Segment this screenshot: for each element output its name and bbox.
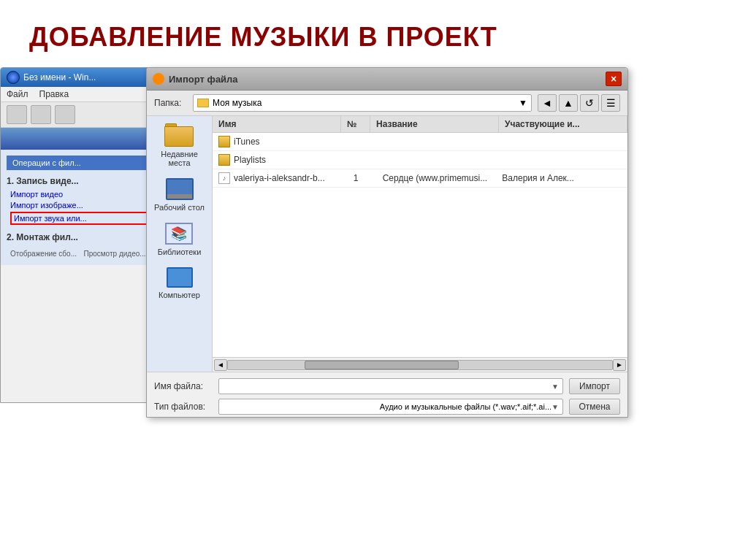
- file-row-playlists[interactable]: Playlists: [213, 151, 627, 169]
- dialog-bottom: Имя файла: ▼ Импорт Тип файлов: Аудио и …: [147, 372, 627, 418]
- toolbar-btn-2[interactable]: [31, 105, 51, 124]
- folder-icon: [197, 99, 209, 107]
- filetype-select[interactable]: Аудио и музыкальные файлы (*.wav;*.aif;*…: [218, 399, 563, 415]
- folder-dropdown-arrow: ▼: [519, 98, 527, 108]
- dialog-body: Недавниеместа Рабочий стол 📚 Библиотеки …: [147, 116, 627, 372]
- import-button[interactable]: Импорт: [569, 378, 620, 394]
- menu-file[interactable]: Файл: [7, 89, 28, 99]
- file-num-audio: 1: [354, 173, 383, 183]
- file-list: iTunes Playlists valeriya-: [213, 133, 627, 357]
- computer-icon: [167, 267, 193, 288]
- col-header-artist: Участвующие и...: [499, 116, 627, 132]
- dialog-sidebar: Недавниеместа Рабочий стол 📚 Библиотеки …: [147, 116, 213, 372]
- sidebar-libraries-label: Библиотеки: [158, 248, 202, 256]
- filename-input[interactable]: ▼: [218, 378, 563, 394]
- refresh-button[interactable]: ↺: [580, 94, 599, 112]
- scroll-thumb[interactable]: [305, 361, 458, 369]
- folder-name: Моя музыка: [213, 98, 262, 108]
- cancel-button[interactable]: Отмена: [569, 399, 620, 415]
- file-dialog: Импорт файла × Папка: Моя музыка ▼ ◄ ▲ ↺…: [146, 67, 628, 418]
- col-header-name: Имя: [213, 116, 341, 132]
- app-icon: [7, 71, 20, 84]
- scroll-right-btn[interactable]: ►: [613, 359, 626, 371]
- dialog-file-area: Имя № Название Участвующие и... iTunes: [213, 116, 627, 372]
- page-title: ДОБАВЛЕНИЕ МУЗЫКИ В ПРОЕКТ: [0, 0, 748, 67]
- bg-section2-text1: Отображение сбо...: [10, 250, 77, 258]
- scroll-track[interactable]: [227, 360, 613, 370]
- dialog-toolbar: Папка: Моя музыка ▼ ◄ ▲ ↺ ☰: [147, 91, 627, 116]
- col-header-number: №: [341, 116, 370, 132]
- folder-label: Папка:: [154, 98, 187, 108]
- sidebar-computer-label: Компьютер: [159, 291, 200, 299]
- toolbar-btn-3[interactable]: [55, 105, 75, 124]
- filetype-label: Тип файлов:: [154, 402, 213, 412]
- dialog-title: Импорт файла: [169, 74, 238, 85]
- filename-row: Имя файла: ▼ Импорт: [154, 378, 620, 394]
- filename-label: Имя файла:: [154, 381, 213, 391]
- sidebar-desktop-label: Рабочий стол: [154, 203, 205, 212]
- filetype-row: Тип файлов: Аудио и музыкальные файлы (*…: [154, 399, 620, 415]
- bg-section2-text2: Просмотр дидео...: [83, 250, 145, 258]
- file-name-audio: valeriya-i-aleksandr-b...: [234, 173, 354, 183]
- dialog-app-icon: [153, 73, 164, 85]
- back-button[interactable]: ◄: [538, 94, 557, 112]
- nav-buttons: ◄ ▲ ↺ ☰: [538, 94, 620, 112]
- close-button[interactable]: ×: [606, 72, 622, 86]
- menu-edit[interactable]: Правка: [39, 89, 69, 99]
- horizontal-scrollbar[interactable]: ◄ ►: [213, 357, 627, 372]
- view-button[interactable]: ☰: [601, 94, 620, 112]
- sidebar-item-computer[interactable]: Компьютер: [159, 267, 200, 299]
- sidebar-item-recent[interactable]: Недавниеместа: [161, 123, 198, 167]
- col-header-title: Название: [370, 116, 499, 132]
- filetype-value: Аудио и музыкальные файлы (*.wav;*.aif;*…: [380, 402, 552, 411]
- audio-file-icon: [218, 172, 230, 184]
- filename-dropdown-arrow: ▼: [552, 383, 559, 391]
- scroll-left-btn[interactable]: ◄: [214, 359, 227, 371]
- dialog-titlebar: Импорт файла ×: [147, 68, 627, 91]
- sidebar-item-libraries[interactable]: 📚 Библиотеки: [158, 223, 202, 256]
- filetype-dropdown-arrow: ▼: [552, 403, 559, 411]
- folder-icon-itunes: [218, 136, 230, 147]
- sidebar-recent-label: Недавниеместа: [161, 150, 198, 167]
- file-row-itunes[interactable]: iTunes: [213, 133, 627, 151]
- up-button[interactable]: ▲: [559, 94, 578, 112]
- file-artist-audio: Валерия и Алек...: [502, 173, 622, 183]
- file-list-header: Имя № Название Участвующие и...: [213, 116, 627, 133]
- bg-window-title: Без имени - Win...: [23, 72, 96, 83]
- desktop-icon: [166, 178, 194, 200]
- sidebar-item-desktop[interactable]: Рабочий стол: [154, 178, 205, 212]
- file-title-audio: Сердце (www.primemusi...: [383, 173, 503, 183]
- folder-icon-playlists: [218, 154, 230, 166]
- toolbar-btn-1[interactable]: [7, 105, 27, 124]
- file-name-playlists: Playlists: [234, 155, 354, 165]
- folder-dropdown[interactable]: Моя музыка ▼: [193, 94, 532, 112]
- library-icon: 📚: [165, 223, 193, 245]
- file-row-audio[interactable]: valeriya-i-aleksandr-b... 1 Сердце (www.…: [213, 169, 627, 188]
- recent-folder-icon: [164, 123, 194, 147]
- file-name-itunes: iTunes: [234, 137, 354, 147]
